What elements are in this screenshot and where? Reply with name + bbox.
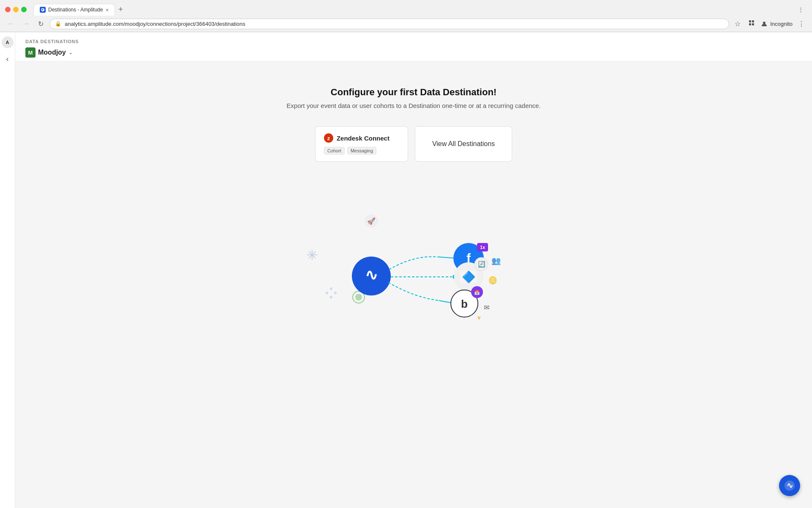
browser-chrome: Destinations - Amplitude × + ⋮ ← → ↻ 🔒 a… — [0, 0, 812, 32]
lock-icon: 🔒 — [55, 21, 61, 27]
svg-text:🪙: 🪙 — [488, 276, 498, 285]
svg-text:∿: ∿ — [365, 266, 378, 284]
project-selector[interactable]: M Moodjoy ⌄ — [25, 47, 802, 58]
zendesk-connect-card[interactable]: z Zendesk Connect Cohort Messaging — [315, 126, 408, 162]
svg-text:1x: 1x — [480, 245, 486, 250]
svg-text:▼: ▼ — [476, 315, 482, 321]
page-header: DATA DESTINATIONS M Moodjoy ⌄ — [15, 32, 812, 61]
svg-text:👥: 👥 — [491, 256, 501, 265]
section-label: DATA DESTINATIONS — [25, 39, 802, 44]
traffic-lights — [5, 7, 27, 12]
incognito-indicator: Incognito — [760, 20, 793, 28]
svg-point-13 — [334, 292, 337, 294]
svg-point-14 — [330, 296, 332, 298]
empty-state-title: Configure your first Data Destination! — [331, 87, 497, 98]
svg-rect-1 — [752, 20, 754, 22]
tab-bar: Destinations - Amplitude × + — [33, 3, 126, 16]
close-traffic-light[interactable] — [5, 7, 11, 12]
sidebar: A ‹ — [0, 32, 15, 508]
svg-rect-3 — [752, 23, 754, 25]
svg-text:✉: ✉ — [484, 304, 489, 311]
toolbar-icons: ☆ Incognito ⋮ — [732, 18, 807, 29]
zendesk-icon: z — [324, 133, 333, 143]
svg-point-12 — [330, 287, 332, 290]
svg-text:📅: 📅 — [474, 290, 480, 295]
extensions-button[interactable] — [746, 18, 757, 29]
card-header: z Zendesk Connect — [324, 133, 399, 143]
active-tab[interactable]: Destinations - Amplitude × — [33, 4, 115, 16]
view-all-destinations-card[interactable]: View All Destinations — [415, 126, 512, 162]
back-button[interactable]: ← — [5, 19, 17, 29]
svg-text:🔄: 🔄 — [478, 261, 486, 268]
tab-favicon — [40, 7, 46, 13]
svg-point-16 — [355, 294, 362, 301]
incognito-label: Incognito — [770, 21, 793, 27]
window-menu-icon[interactable]: ⋮ — [795, 6, 807, 13]
svg-text:z: z — [327, 135, 330, 141]
maximize-traffic-light[interactable] — [21, 7, 27, 12]
tab-title: Destinations - Amplitude — [48, 7, 103, 13]
bookmark-button[interactable]: ☆ — [732, 19, 743, 29]
refresh-button[interactable]: ↻ — [36, 19, 46, 29]
project-icon: M — [25, 47, 36, 58]
browser-toolbar: ← → ↻ 🔒 analytics.amplitude.com/moodjoy/… — [0, 16, 812, 32]
connections-illustration: 🚀 ∿ — [287, 196, 540, 348]
svg-rect-2 — [749, 23, 751, 25]
destination-card-title: Zendesk Connect — [337, 135, 390, 142]
empty-state-subtitle: Export your event data or user cohorts t… — [286, 102, 540, 109]
svg-text:∿: ∿ — [787, 481, 793, 490]
new-tab-button[interactable]: + — [115, 3, 126, 16]
address-bar[interactable]: 🔒 analytics.amplitude.com/moodjoy/connec… — [49, 19, 729, 29]
avatar-initial: A — [6, 40, 9, 45]
svg-text:🚀: 🚀 — [367, 217, 376, 225]
sidebar-back-button[interactable]: ‹ — [5, 53, 10, 65]
card-tags: Cohort Messaging — [324, 147, 399, 155]
svg-rect-0 — [749, 20, 751, 22]
tag-messaging: Messaging — [347, 147, 376, 155]
amplitude-support-button[interactable]: ∿ — [779, 475, 800, 496]
browser-menu-button[interactable]: ⋮ — [796, 19, 807, 29]
url-display: analytics.amplitude.com/moodjoy/connecti… — [65, 21, 724, 27]
illustration-area: 🚀 ∿ — [15, 187, 812, 508]
chevron-down-icon: ⌄ — [69, 50, 73, 55]
forward-button[interactable]: → — [20, 19, 32, 29]
cards-row: z Zendesk Connect Cohort Messaging View … — [290, 126, 538, 162]
minimize-traffic-light[interactable] — [13, 7, 19, 12]
tag-cohort: Cohort — [324, 147, 345, 155]
tab-close-btn[interactable]: × — [105, 7, 109, 13]
svg-text:🔷: 🔷 — [462, 270, 476, 284]
main-content: DATA DESTINATIONS M Moodjoy ⌄ Configure … — [15, 32, 812, 508]
svg-text:b: b — [461, 298, 468, 310]
svg-line-21 — [439, 257, 456, 258]
svg-point-11 — [326, 292, 328, 294]
project-name: Moodjoy — [38, 49, 66, 56]
view-all-label: View All Destinations — [432, 140, 495, 148]
app-layout: A ‹ DATA DESTINATIONS M Moodjoy ⌄ Config… — [0, 32, 812, 508]
empty-state: Configure your first Data Destination! E… — [15, 61, 812, 187]
sidebar-avatar[interactable]: A — [2, 36, 14, 48]
content-area: Configure your first Data Destination! E… — [15, 61, 812, 508]
browser-titlebar: Destinations - Amplitude × + ⋮ — [0, 0, 812, 16]
